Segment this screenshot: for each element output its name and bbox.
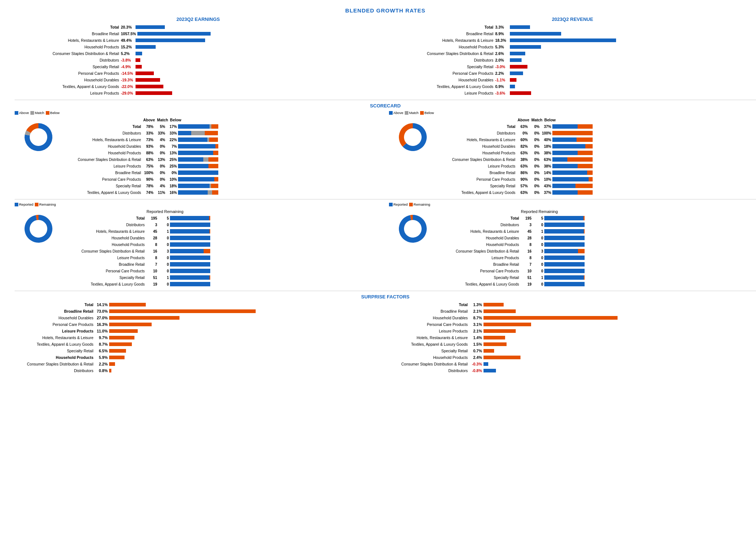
bar-container [137, 32, 382, 36]
surprise-label: Hotels, Restaurants & Leisure [15, 335, 95, 340]
scorecard-bar-area [178, 190, 218, 195]
remaining-count: 0 [533, 269, 544, 273]
bar-fill [510, 91, 531, 95]
scorecard-below-bar [585, 144, 593, 148]
scorecard-row: Leisure Products75%0%25% [62, 163, 382, 169]
scorecard-row-label: Broadline Retail [62, 171, 143, 175]
scorecard-above-bar [552, 137, 577, 142]
scorecard-below-pct: 38% [541, 164, 552, 168]
legend-item: Remaining [409, 202, 430, 206]
legend-item: Match [30, 111, 44, 115]
surprise-bar [109, 303, 146, 306]
surprise-bar [483, 336, 505, 339]
surprise-label: Broadline Retail [389, 309, 470, 313]
scorecard-above-bar [178, 144, 215, 148]
reported-bar [544, 256, 585, 260]
surprise-label: Specialty Retail [389, 349, 470, 353]
reported-row: Total1955 [62, 215, 382, 221]
surprise-label: Leisure Products [15, 329, 95, 333]
surprise-row: Specialty Retail6.5% [15, 348, 382, 354]
scorecard-match-pct: 11% [155, 191, 166, 195]
scorecard-row: Household Durables93%0%7% [62, 143, 382, 149]
remaining-bar [584, 275, 585, 280]
surprise-row: Household Products5.9% [15, 355, 382, 360]
reported-bar [544, 249, 578, 253]
reported-row-label: Personal Care Products [437, 269, 521, 273]
surprise-bar-area [109, 355, 382, 360]
surprise-label: Household Durables [15, 316, 95, 320]
legend-label: Remaining [414, 202, 430, 206]
scorecard-above-bar [178, 177, 214, 181]
bar-container [510, 84, 756, 89]
surprise-row: Hotels, Restaurants & Leisure9.7% [15, 335, 382, 341]
scorecard-above-bar [552, 170, 587, 175]
scorecard-below-pct: 33% [166, 131, 178, 135]
legend-item: Reported [15, 202, 33, 206]
scorecard-match-pct: 0% [529, 144, 541, 148]
reported-row-label: Broadline Retail [62, 262, 147, 267]
scorecard-above-pct: 86% [517, 171, 529, 175]
reported-row-label: Household Products [437, 243, 521, 247]
bar-label: Distributors [389, 58, 495, 62]
reported-count: 195 [521, 216, 533, 220]
scorecard-below-bar [209, 137, 218, 142]
reported-count: 16 [521, 249, 533, 253]
scorecard-row-label: Household Durables [62, 144, 143, 148]
reported-wrapper: ReportedRemainingTotal1955Distributors30… [15, 209, 382, 288]
reported-row: Hotels, Restaurants & Leisure451 [62, 228, 382, 234]
reported-left: ReportedRemainingReportedRemainingTotal1… [15, 202, 382, 288]
surprise-bar-area [483, 362, 756, 366]
legend-label: Match [409, 111, 419, 115]
reported-row: Household Durables280 [437, 235, 756, 241]
surprise-bar-area [109, 342, 382, 346]
reported-row: Household Products80 [437, 242, 756, 247]
scorecard-match-bar [208, 190, 212, 195]
bar-container [136, 58, 382, 62]
scorecard-bar-area [178, 157, 218, 162]
scorecard-below-pct: 100% [541, 131, 552, 135]
scorecard-row-label: Distributors [62, 131, 143, 135]
scorecard-row: Distributors33%33%33% [62, 130, 382, 136]
surprise-bar-area [483, 322, 756, 327]
scorecard-below-pct: 43% [541, 184, 552, 188]
scorecard-bar-area [552, 124, 593, 129]
surprise-bar-area [109, 329, 382, 333]
surprise-label: Personal Care Products [15, 322, 95, 327]
scorecard-above-bar [552, 144, 585, 148]
reported-bar-area [170, 242, 210, 247]
bar-container [136, 91, 382, 95]
surprise-label: Total [389, 302, 470, 307]
scorecard-wrapper: AboveMatchBelowTotal63%0%37%Distributors… [389, 117, 756, 196]
bar-fill [510, 85, 515, 88]
remaining-count: 0 [533, 236, 544, 240]
reported-bar [544, 216, 583, 220]
bar-value: 5.2% [121, 51, 136, 56]
bar-label: Consumer Staples Distribution & Retail [389, 51, 495, 56]
surprise-bar-area [483, 302, 756, 307]
reported-row: Leisure Products80 [62, 255, 382, 261]
reported-count: 45 [521, 229, 533, 234]
scorecard-above-pct: 93% [143, 144, 155, 148]
scorecard-col-header: Above [143, 118, 156, 122]
reported-row-label: Household Products [62, 243, 147, 247]
reported-row: Specialty Retail511 [437, 275, 756, 280]
bar-value: -19.3% [121, 78, 136, 82]
bar-container [136, 45, 382, 49]
surprise-label: Textiles, Apparel & Luxury Goods [15, 342, 95, 346]
reported-wrapper: ReportedRemainingTotal1955Distributors30… [389, 209, 756, 288]
legend-label: Remaining [39, 202, 56, 206]
scorecard-bar-area [552, 190, 593, 195]
scorecard-row-label: Hotels, Restaurants & Leisure [62, 138, 143, 142]
reported-count: 8 [521, 243, 533, 247]
bar-value: 20.3% [121, 25, 136, 29]
scorecard-row-label: Total [437, 125, 517, 129]
reported-bar [170, 275, 210, 280]
surprise-label: Leisure Products [389, 329, 470, 333]
bar-fill [510, 25, 530, 29]
reported-bar [170, 269, 210, 273]
legend-label: Reported [19, 202, 33, 206]
reported-row: Household Products80 [62, 242, 382, 247]
scorecard-row: Broadline Retail86%0%14% [437, 170, 756, 176]
scorecard-match-bar [203, 157, 208, 162]
bar-row: Household Durables-19.3% [15, 77, 382, 83]
